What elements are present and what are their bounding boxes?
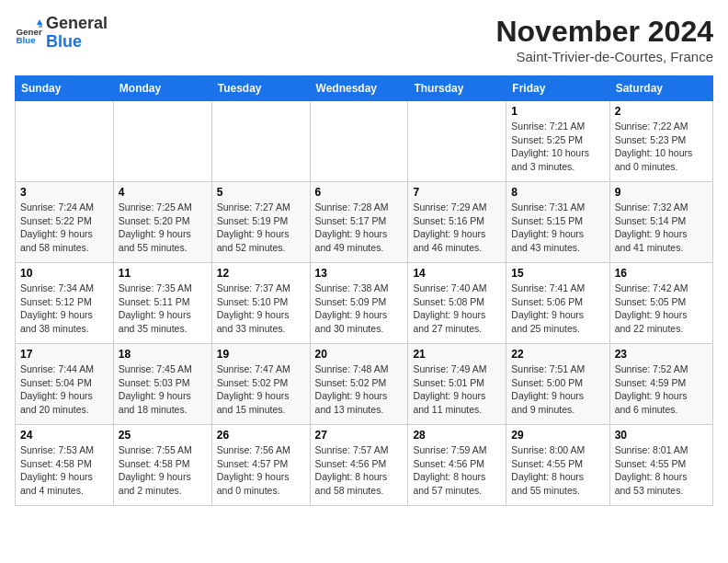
day-number: 25 xyxy=(119,429,207,442)
calendar-cell: 13Sunrise: 7:38 AM Sunset: 5:09 PM Dayli… xyxy=(310,263,408,344)
weekday-header: Saturday xyxy=(609,76,712,101)
calendar-cell: 21Sunrise: 7:49 AM Sunset: 5:01 PM Dayli… xyxy=(408,344,506,425)
day-info: Sunrise: 7:52 AM Sunset: 4:59 PM Dayligh… xyxy=(615,362,708,417)
day-number: 29 xyxy=(511,429,604,442)
calendar-table: SundayMondayTuesdayWednesdayThursdayFrid… xyxy=(15,75,713,506)
month-title: November 2024 xyxy=(495,15,713,49)
calendar-cell: 5Sunrise: 7:27 AM Sunset: 5:19 PM Daylig… xyxy=(211,182,310,263)
calendar-cell: 4Sunrise: 7:25 AM Sunset: 5:20 PM Daylig… xyxy=(113,182,211,263)
day-number: 19 xyxy=(217,348,305,361)
day-number: 10 xyxy=(20,267,108,280)
day-info: Sunrise: 7:25 AM Sunset: 5:20 PM Dayligh… xyxy=(119,201,207,255)
day-info: Sunrise: 7:38 AM Sunset: 5:09 PM Dayligh… xyxy=(315,282,404,336)
calendar-cell: 12Sunrise: 7:37 AM Sunset: 5:10 PM Dayli… xyxy=(211,263,310,344)
day-info: Sunrise: 7:41 AM Sunset: 5:06 PM Dayligh… xyxy=(511,282,604,336)
day-number: 16 xyxy=(615,267,708,280)
day-info: Sunrise: 7:56 AM Sunset: 4:57 PM Dayligh… xyxy=(217,443,305,498)
day-info: Sunrise: 7:53 AM Sunset: 4:58 PM Dayligh… xyxy=(20,443,108,498)
calendar-cell xyxy=(310,101,408,182)
day-info: Sunrise: 7:21 AM Sunset: 5:25 PM Dayligh… xyxy=(511,120,604,174)
day-number: 1 xyxy=(511,105,604,118)
calendar-cell: 11Sunrise: 7:35 AM Sunset: 5:11 PM Dayli… xyxy=(113,263,211,344)
weekday-header: Thursday xyxy=(408,76,506,101)
calendar-cell: 15Sunrise: 7:41 AM Sunset: 5:06 PM Dayli… xyxy=(506,263,609,344)
weekday-header: Tuesday xyxy=(211,76,310,101)
day-number: 21 xyxy=(413,348,501,361)
calendar-cell: 20Sunrise: 7:48 AM Sunset: 5:02 PM Dayli… xyxy=(310,344,408,425)
day-number: 28 xyxy=(413,429,501,442)
calendar-cell xyxy=(211,101,310,182)
day-number: 18 xyxy=(119,348,207,361)
day-info: Sunrise: 7:31 AM Sunset: 5:15 PM Dayligh… xyxy=(511,201,604,255)
day-number: 3 xyxy=(20,186,108,199)
day-number: 6 xyxy=(315,186,404,199)
calendar-cell: 17Sunrise: 7:44 AM Sunset: 5:04 PM Dayli… xyxy=(16,344,114,425)
calendar-cell: 3Sunrise: 7:24 AM Sunset: 5:22 PM Daylig… xyxy=(16,182,114,263)
calendar-cell xyxy=(113,101,211,182)
calendar-cell: 18Sunrise: 7:45 AM Sunset: 5:03 PM Dayli… xyxy=(113,344,211,425)
day-number: 22 xyxy=(511,348,604,361)
calendar-cell: 19Sunrise: 7:47 AM Sunset: 5:02 PM Dayli… xyxy=(211,344,310,425)
day-info: Sunrise: 7:35 AM Sunset: 5:11 PM Dayligh… xyxy=(119,282,207,336)
calendar-week-row: 3Sunrise: 7:24 AM Sunset: 5:22 PM Daylig… xyxy=(16,182,713,263)
day-info: Sunrise: 7:32 AM Sunset: 5:14 PM Dayligh… xyxy=(615,201,708,255)
calendar-week-row: 10Sunrise: 7:34 AM Sunset: 5:12 PM Dayli… xyxy=(16,263,713,344)
logo-icon: General Blue xyxy=(15,19,42,47)
day-info: Sunrise: 7:45 AM Sunset: 5:03 PM Dayligh… xyxy=(119,362,207,417)
calendar-cell: 6Sunrise: 7:28 AM Sunset: 5:17 PM Daylig… xyxy=(310,182,408,263)
calendar-cell: 8Sunrise: 7:31 AM Sunset: 5:15 PM Daylig… xyxy=(506,182,609,263)
logo: General Blue General Blue xyxy=(15,15,108,52)
calendar-cell: 22Sunrise: 7:51 AM Sunset: 5:00 PM Dayli… xyxy=(506,344,609,425)
calendar-cell: 7Sunrise: 7:29 AM Sunset: 5:16 PM Daylig… xyxy=(408,182,506,263)
calendar-cell: 1Sunrise: 7:21 AM Sunset: 5:25 PM Daylig… xyxy=(506,101,609,182)
calendar-week-row: 1Sunrise: 7:21 AM Sunset: 5:25 PM Daylig… xyxy=(16,101,713,182)
day-number: 17 xyxy=(20,348,108,361)
day-number: 24 xyxy=(20,429,108,442)
day-number: 7 xyxy=(413,186,501,199)
day-number: 20 xyxy=(315,348,404,361)
calendar-cell: 25Sunrise: 7:55 AM Sunset: 4:58 PM Dayli… xyxy=(113,425,211,506)
svg-text:Blue: Blue xyxy=(17,34,37,44)
day-info: Sunrise: 7:28 AM Sunset: 5:17 PM Dayligh… xyxy=(315,201,404,255)
day-info: Sunrise: 7:29 AM Sunset: 5:16 PM Dayligh… xyxy=(413,201,501,255)
day-number: 2 xyxy=(615,105,708,118)
page-header: General Blue General Blue November 2024 … xyxy=(15,15,713,64)
calendar-week-row: 17Sunrise: 7:44 AM Sunset: 5:04 PM Dayli… xyxy=(16,344,713,425)
day-info: Sunrise: 7:34 AM Sunset: 5:12 PM Dayligh… xyxy=(20,282,108,336)
day-number: 12 xyxy=(217,267,305,280)
calendar-week-row: 24Sunrise: 7:53 AM Sunset: 4:58 PM Dayli… xyxy=(16,425,713,506)
day-number: 11 xyxy=(119,267,207,280)
day-info: Sunrise: 7:57 AM Sunset: 4:56 PM Dayligh… xyxy=(315,443,404,498)
day-info: Sunrise: 7:51 AM Sunset: 5:00 PM Dayligh… xyxy=(511,362,604,417)
calendar-cell: 26Sunrise: 7:56 AM Sunset: 4:57 PM Dayli… xyxy=(211,425,310,506)
day-info: Sunrise: 7:44 AM Sunset: 5:04 PM Dayligh… xyxy=(20,362,108,417)
calendar-cell xyxy=(408,101,506,182)
day-info: Sunrise: 7:59 AM Sunset: 4:56 PM Dayligh… xyxy=(413,443,501,498)
day-number: 14 xyxy=(413,267,501,280)
calendar-cell: 28Sunrise: 7:59 AM Sunset: 4:56 PM Dayli… xyxy=(408,425,506,506)
weekday-header: Friday xyxy=(506,76,609,101)
weekday-header: Sunday xyxy=(16,76,114,101)
day-number: 26 xyxy=(217,429,305,442)
day-number: 8 xyxy=(511,186,604,199)
day-info: Sunrise: 7:27 AM Sunset: 5:19 PM Dayligh… xyxy=(217,201,305,255)
logo-text: General Blue xyxy=(46,15,108,52)
calendar-cell: 27Sunrise: 7:57 AM Sunset: 4:56 PM Dayli… xyxy=(310,425,408,506)
calendar-cell: 16Sunrise: 7:42 AM Sunset: 5:05 PM Dayli… xyxy=(609,263,712,344)
weekday-header: Monday xyxy=(113,76,211,101)
day-info: Sunrise: 8:01 AM Sunset: 4:55 PM Dayligh… xyxy=(615,443,708,498)
day-number: 5 xyxy=(217,186,305,199)
day-info: Sunrise: 7:37 AM Sunset: 5:10 PM Dayligh… xyxy=(217,282,305,336)
location-title: Saint-Trivier-de-Courtes, France xyxy=(495,49,713,64)
title-area: November 2024 Saint-Trivier-de-Courtes, … xyxy=(495,15,713,64)
calendar-cell: 24Sunrise: 7:53 AM Sunset: 4:58 PM Dayli… xyxy=(16,425,114,506)
day-info: Sunrise: 8:00 AM Sunset: 4:55 PM Dayligh… xyxy=(511,443,604,498)
day-info: Sunrise: 7:48 AM Sunset: 5:02 PM Dayligh… xyxy=(315,362,404,417)
day-info: Sunrise: 7:47 AM Sunset: 5:02 PM Dayligh… xyxy=(217,362,305,417)
day-number: 13 xyxy=(315,267,404,280)
weekday-header: Wednesday xyxy=(310,76,408,101)
calendar-cell: 2Sunrise: 7:22 AM Sunset: 5:23 PM Daylig… xyxy=(609,101,712,182)
day-info: Sunrise: 7:22 AM Sunset: 5:23 PM Dayligh… xyxy=(615,120,708,174)
day-info: Sunrise: 7:49 AM Sunset: 5:01 PM Dayligh… xyxy=(413,362,501,417)
day-number: 9 xyxy=(615,186,708,199)
